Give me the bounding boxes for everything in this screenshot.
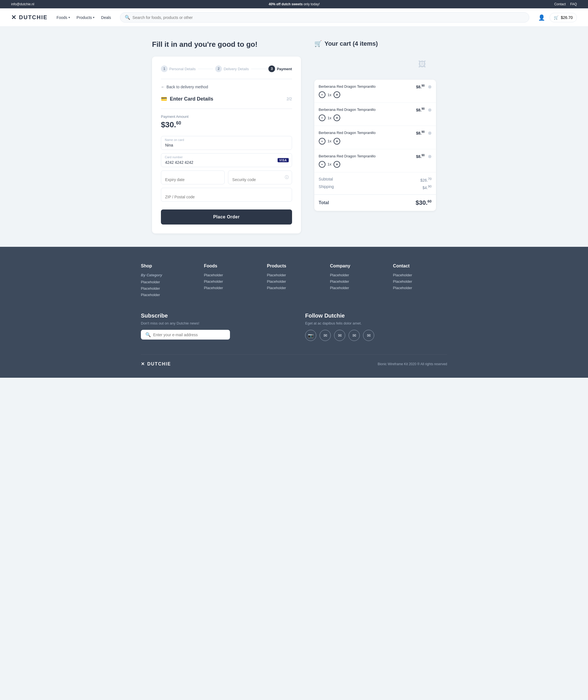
remove-item-1[interactable]: ⊗	[428, 107, 432, 112]
step-1-num: 1	[161, 65, 168, 72]
decrease-qty-1[interactable]: −	[319, 114, 325, 121]
subtotal-value: $26.70	[420, 177, 432, 182]
increase-qty-0[interactable]: +	[334, 91, 340, 98]
subscribe-input[interactable]	[153, 332, 226, 337]
logo-text: DUTCHIE	[19, 14, 48, 21]
remove-item-2[interactable]: ⊗	[428, 130, 432, 136]
step-3-label: Payment	[277, 67, 292, 71]
remove-item-0[interactable]: ⊗	[428, 84, 432, 89]
footer-foods-link-0[interactable]: Placeholder	[204, 273, 258, 277]
payment-amount: $30.60	[161, 120, 292, 129]
footer-company-link-2[interactable]: Placeholder	[330, 286, 384, 290]
step-2: 2 Delivery Details	[215, 65, 249, 72]
mail-icon-3[interactable]: ✉	[349, 330, 360, 341]
cart-item-1-controls: − 1x +	[319, 114, 413, 121]
cart-item-2: Berberana Red Dragon Tempranillo − 1x + …	[314, 126, 436, 149]
subscribe-input-wrap: 🔍	[141, 330, 230, 339]
remove-item-3[interactable]: ⊗	[428, 154, 432, 159]
name-on-card-group: Name on card	[161, 136, 292, 150]
footer-products-link-0[interactable]: Placeholder	[267, 273, 321, 277]
subscribe-title: Subscribe	[141, 312, 283, 319]
footer-contact-link-2[interactable]: Placeholder	[393, 286, 447, 290]
nav-foods[interactable]: Foods ▾	[57, 15, 70, 20]
decrease-qty-3[interactable]: −	[319, 161, 325, 168]
payment-cents: 60	[176, 121, 181, 125]
step-divider-2	[251, 69, 266, 69]
zip-input[interactable]	[161, 188, 292, 202]
footer-shop-link-1[interactable]: Placeholder	[141, 286, 195, 290]
increase-qty-3[interactable]: +	[334, 161, 340, 168]
decrease-qty-2[interactable]: −	[319, 138, 325, 144]
section-step: 2/2	[286, 97, 292, 101]
cart-button[interactable]: 🛒 $26.70	[550, 13, 577, 22]
chevron-down-icon: ▾	[93, 16, 94, 19]
footer-contact-link-0[interactable]: Placeholder	[393, 273, 447, 277]
footer-company-link-0[interactable]: Placeholder	[330, 273, 384, 277]
cart-title-icon: 🛒	[314, 40, 322, 47]
arrow-left-icon: ←	[161, 85, 165, 89]
decrease-qty-0[interactable]: −	[319, 91, 325, 98]
footer-logo: ✕ DUTCHIE	[141, 361, 171, 367]
back-link[interactable]: ← Back to delivery method	[161, 85, 292, 89]
footer-company-link-1[interactable]: Placeholder	[330, 279, 384, 283]
cart-item-0-info: Berberana Red Dragon Tempranillo − 1x +	[319, 84, 413, 98]
subscribe-search-icon: 🔍	[145, 332, 151, 337]
total-amount: $30.60	[416, 199, 432, 206]
footer-legal-text: Bionic Wireframe Kit 2020 ® All rights r…	[378, 362, 447, 366]
footer: Shop By Category Placeholder Placeholder…	[0, 247, 588, 378]
cart-item-2-controls: − 1x +	[319, 138, 413, 144]
security-group: ⓘ	[228, 170, 292, 184]
footer-shop-title: Shop	[141, 263, 195, 268]
faq-link[interactable]: FAQ	[570, 2, 577, 6]
footer-col-products: Products Placeholder Placeholder Placeho…	[267, 263, 321, 299]
mail-icon-4[interactable]: ✉	[363, 330, 374, 341]
footer-shop-link-0[interactable]: Placeholder	[141, 280, 195, 284]
search-icon: 🔍	[125, 15, 130, 20]
search-bar[interactable]: 🔍	[120, 12, 529, 23]
checkout-col: Fill it in and you're good to go! 1 Pers…	[152, 40, 301, 233]
footer-shop-link-2[interactable]: Placeholder	[141, 293, 195, 297]
footer-products-link-1[interactable]: Placeholder	[267, 279, 321, 283]
step-divider-1	[198, 69, 213, 69]
increase-qty-2[interactable]: +	[334, 138, 340, 144]
cart-item-0-price: $8.90	[416, 84, 425, 89]
logo-icon: ✕	[11, 14, 17, 21]
footer-foods-link-1[interactable]: Placeholder	[204, 279, 258, 283]
cart-item-1-name: Berberana Red Dragon Tempranillo	[319, 107, 413, 112]
expiry-input[interactable]	[161, 170, 225, 184]
total-label: Total	[319, 200, 329, 205]
footer-contact-link-1[interactable]: Placeholder	[393, 279, 447, 283]
cart-total-row: Total $30.60	[314, 195, 436, 211]
cart-item-2-qty: 1x	[328, 139, 332, 143]
shipping-value: $4.90	[423, 184, 432, 190]
user-icon[interactable]: 👤	[538, 14, 545, 21]
steps-divider	[161, 79, 292, 79]
expiry-security-row: ⓘ	[161, 170, 292, 184]
contact-link[interactable]: Contact	[554, 2, 566, 6]
logo[interactable]: ✕ DUTCHIE	[11, 14, 48, 21]
mail-icon-1[interactable]: ✉	[320, 330, 331, 341]
increase-qty-1[interactable]: +	[334, 114, 340, 121]
footer-contact-title: Contact	[393, 263, 447, 268]
footer-col-company: Company Placeholder Placeholder Placehol…	[330, 263, 384, 299]
search-input[interactable]	[133, 15, 525, 20]
security-wrapper: ⓘ	[228, 170, 292, 184]
security-code-input[interactable]	[228, 170, 292, 184]
cart-item-2-name: Berberana Red Dragon Tempranillo	[319, 130, 413, 135]
cart-icon: 🛒	[554, 15, 558, 20]
nav-products[interactable]: Products ▾	[77, 15, 94, 20]
cart-item-3-controls: − 1x +	[319, 161, 413, 168]
instagram-icon[interactable]: 📷	[305, 330, 316, 341]
step-3-num: 3	[268, 65, 275, 72]
header-icons: 👤 🛒 $26.70	[538, 13, 577, 22]
top-bar-links: Contact FAQ	[554, 2, 577, 6]
header: ✕ DUTCHIE Foods ▾ Products ▾ Deals 🔍 👤 🛒…	[0, 8, 588, 27]
footer-products-link-2[interactable]: Placeholder	[267, 286, 321, 290]
subtotal-label: Subtotal	[319, 177, 333, 182]
footer-foods-link-2[interactable]: Placeholder	[204, 286, 258, 290]
place-order-button[interactable]: Place Order	[161, 209, 292, 224]
cart-col: 🛒 Your cart (4 items) 🖼 Berberana Red Dr…	[314, 40, 436, 233]
mail-icon-2[interactable]: ✉	[334, 330, 345, 341]
nav-deals[interactable]: Deals	[101, 15, 111, 20]
social-icons: 📷 ✉ ✉ ✉ ✉	[305, 330, 447, 341]
